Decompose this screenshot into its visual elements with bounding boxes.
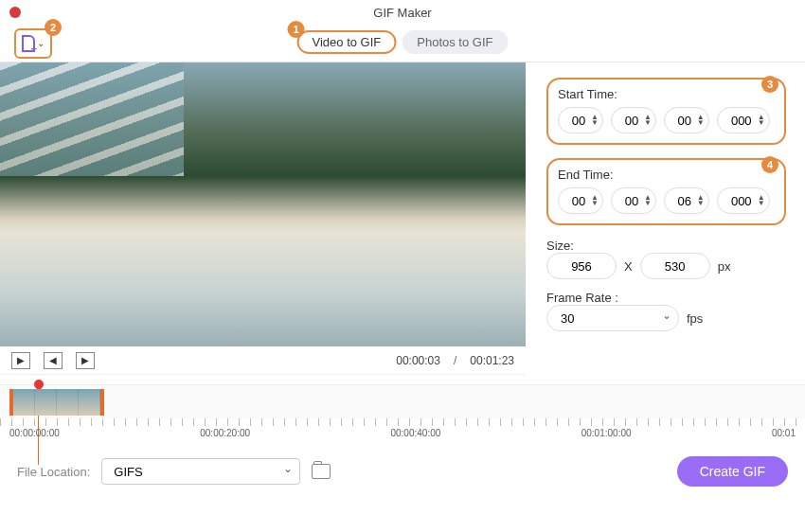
width-input[interactable] bbox=[546, 253, 617, 279]
start-ms-input[interactable] bbox=[727, 114, 756, 128]
ruler-ticks bbox=[0, 418, 805, 426]
frame-rate-select[interactable]: 30 bbox=[546, 305, 679, 331]
start-minutes-stepper[interactable]: ▲▼ bbox=[611, 107, 656, 133]
frame-rate-group: Frame Rate : 30 fps bbox=[546, 291, 786, 331]
bottom-bar: File Location: GIFS Create GIF bbox=[0, 449, 805, 494]
file-location-label: File Location: bbox=[17, 465, 90, 479]
video-preview bbox=[0, 62, 526, 346]
size-group: Size: X px bbox=[546, 239, 786, 279]
size-label: Size: bbox=[546, 239, 574, 253]
end-time-group: 4 End Time: ▲▼ ▲▼ ▲▼ ▲▼ bbox=[546, 158, 786, 225]
end-time-label: End Time: bbox=[558, 168, 775, 182]
ruler-mark: 00:01 bbox=[772, 428, 796, 452]
clip-track[interactable] bbox=[0, 384, 805, 418]
start-time-group: 3 Start Time: ▲▼ ▲▼ ▲▼ ▲▼ bbox=[546, 78, 786, 145]
play-button[interactable]: ▶ bbox=[11, 352, 30, 369]
start-hours-input[interactable] bbox=[568, 114, 589, 128]
frame-rate-label: Frame Rate : bbox=[546, 291, 618, 305]
time-ruler: 00:00:00:00 00:00:20:00 00:00:40:00 00:0… bbox=[0, 418, 805, 443]
callout-badge-1: 1 bbox=[288, 21, 305, 38]
stepper-arrows-icon[interactable]: ▲▼ bbox=[695, 195, 705, 206]
stepper-arrows-icon[interactable]: ▲▼ bbox=[695, 115, 705, 126]
clip-selection[interactable] bbox=[9, 389, 104, 416]
start-hours-stepper[interactable]: ▲▼ bbox=[558, 107, 603, 133]
import-media-button[interactable]: ⌄ 2 bbox=[14, 28, 52, 59]
total-duration: 00:01:23 bbox=[470, 354, 514, 367]
start-minutes-input[interactable] bbox=[621, 114, 642, 128]
end-hours-input[interactable] bbox=[568, 194, 589, 208]
stepper-arrows-icon[interactable]: ▲▼ bbox=[756, 115, 765, 126]
start-seconds-stepper[interactable]: ▲▼ bbox=[664, 107, 709, 133]
time-separator: / bbox=[454, 354, 456, 367]
document-plus-icon bbox=[22, 35, 35, 52]
stepper-arrows-icon[interactable]: ▲▼ bbox=[642, 115, 652, 126]
clip-thumb bbox=[35, 389, 57, 416]
browse-folder-button[interactable] bbox=[312, 464, 331, 479]
tab-label: Photos to GIF bbox=[417, 35, 492, 49]
frame-rate-unit: fps bbox=[687, 311, 703, 326]
callout-badge-4: 4 bbox=[761, 156, 778, 173]
clip-thumb bbox=[13, 389, 35, 416]
end-ms-stepper[interactable]: ▲▼ bbox=[717, 187, 770, 214]
create-gif-button[interactable]: Create GIF bbox=[677, 456, 788, 487]
timeline[interactable]: 00:00:00:00 00:00:20:00 00:00:40:00 00:0… bbox=[0, 375, 805, 449]
callout-badge-3: 3 bbox=[761, 76, 778, 93]
end-seconds-stepper[interactable]: ▲▼ bbox=[664, 187, 709, 214]
end-seconds-input[interactable] bbox=[674, 194, 695, 208]
ruler-mark: 00:01:00:00 bbox=[581, 428, 632, 452]
chevron-down-icon: ⌄ bbox=[37, 38, 45, 48]
window-title: GIF Maker bbox=[373, 6, 431, 20]
step-back-button[interactable]: ◀ bbox=[44, 352, 63, 369]
stepper-arrows-icon[interactable]: ▲▼ bbox=[589, 115, 599, 126]
callout-badge-2: 2 bbox=[45, 19, 62, 36]
stepper-arrows-icon[interactable]: ▲▼ bbox=[589, 195, 599, 206]
stepper-arrows-icon[interactable]: ▲▼ bbox=[756, 195, 765, 206]
tab-video-to-gif[interactable]: 1 Video to GIF bbox=[297, 30, 397, 54]
height-input[interactable] bbox=[640, 253, 710, 279]
toolbar: ⌄ 2 1 Video to GIF Photos to GIF bbox=[0, 25, 805, 62]
player-controls: ▶ ◀ ▶ 00:00:03 / 00:01:23 bbox=[0, 346, 526, 375]
tab-photos-to-gif[interactable]: Photos to GIF bbox=[402, 30, 508, 54]
start-time-label: Start Time: bbox=[558, 87, 775, 101]
end-minutes-input[interactable] bbox=[621, 194, 642, 208]
end-hours-stepper[interactable]: ▲▼ bbox=[558, 187, 603, 214]
step-forward-button[interactable]: ▶ bbox=[76, 352, 95, 369]
ruler-mark: 00:00:40:00 bbox=[390, 428, 440, 452]
close-window-button[interactable] bbox=[9, 7, 21, 18]
current-time: 00:00:03 bbox=[396, 354, 440, 367]
tab-label: Video to GIF bbox=[313, 35, 382, 49]
size-unit-label: px bbox=[718, 259, 731, 274]
end-ms-input[interactable] bbox=[727, 194, 756, 208]
stepper-arrows-icon[interactable]: ▲▼ bbox=[642, 195, 652, 206]
ruler-mark: 00:00:00:00 bbox=[9, 428, 60, 452]
title-bar: GIF Maker bbox=[0, 0, 805, 25]
ruler-mark: 00:00:20:00 bbox=[200, 428, 250, 452]
end-minutes-stepper[interactable]: ▲▼ bbox=[611, 187, 656, 214]
settings-panel: 3 Start Time: ▲▼ ▲▼ ▲▼ ▲▼ 4 End Time: ▲▼… bbox=[526, 62, 805, 375]
mode-tabs: 1 Video to GIF Photos to GIF bbox=[297, 30, 509, 54]
start-ms-stepper[interactable]: ▲▼ bbox=[717, 107, 770, 133]
clip-thumb bbox=[79, 389, 100, 416]
start-seconds-input[interactable] bbox=[674, 114, 695, 128]
file-location-select[interactable]: GIFS bbox=[101, 458, 300, 485]
clip-thumb bbox=[57, 389, 79, 416]
size-x-label: X bbox=[624, 259, 633, 274]
